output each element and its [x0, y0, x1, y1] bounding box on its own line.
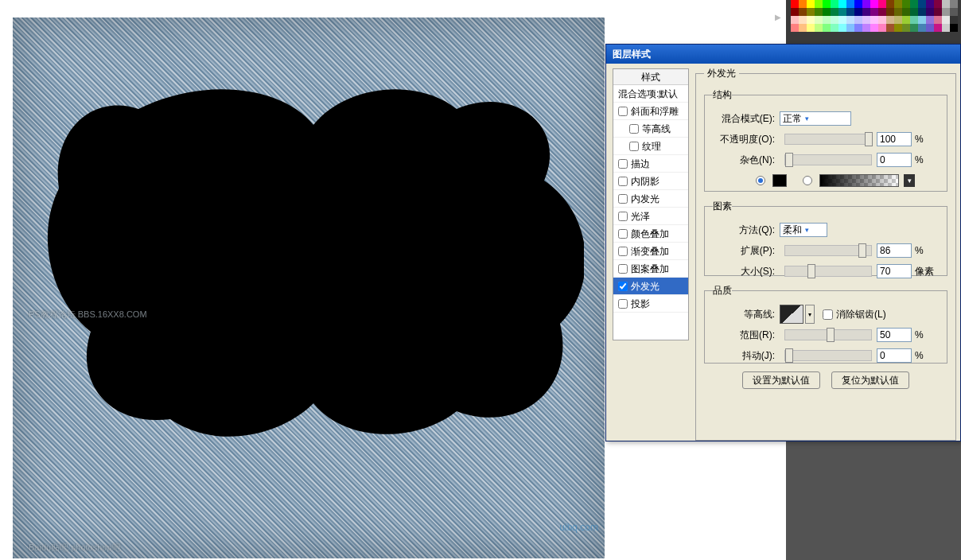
style-list-header[interactable]: 样式	[613, 69, 688, 85]
range-input[interactable]	[877, 328, 912, 342]
swatch-cell[interactable]	[894, 16, 902, 24]
style-item-checkbox[interactable]	[618, 194, 628, 204]
swatch-cell[interactable]	[815, 8, 823, 16]
range-slider[interactable]	[784, 329, 872, 340]
swatch-cell[interactable]	[934, 24, 942, 32]
size-slider[interactable]	[784, 266, 872, 277]
swatch-cell[interactable]	[807, 8, 815, 16]
style-item-1[interactable]: 等高线	[613, 120, 688, 138]
jitter-slider[interactable]	[784, 350, 872, 361]
swatch-cell[interactable]	[815, 0, 823, 8]
style-item-9[interactable]: 图案叠加	[613, 260, 688, 278]
style-item-2[interactable]: 纹理	[613, 138, 688, 155]
swatch-cell[interactable]	[926, 8, 934, 16]
noise-input[interactable]	[877, 153, 912, 167]
jitter-input[interactable]	[877, 348, 912, 363]
swatch-cell[interactable]	[838, 16, 846, 24]
swatch-cell[interactable]	[878, 8, 886, 16]
swatch-cell[interactable]	[831, 16, 838, 24]
style-item-checkbox[interactable]	[618, 107, 628, 116]
swatch-cell[interactable]	[910, 16, 918, 24]
swatch-cell[interactable]	[791, 0, 799, 8]
dialog-title-bar[interactable]: 图层样式	[606, 45, 960, 64]
swatch-cell[interactable]	[831, 8, 838, 16]
style-item-checkbox[interactable]	[629, 142, 639, 151]
swatch-cell[interactable]	[934, 8, 942, 16]
swatch-cell[interactable]	[862, 8, 870, 16]
style-item-checkbox[interactable]	[618, 159, 628, 169]
swatch-cell[interactable]	[823, 24, 831, 32]
opacity-slider[interactable]	[784, 134, 872, 145]
swatch-cell[interactable]	[878, 0, 886, 8]
glow-gradient-radio[interactable]	[803, 176, 812, 185]
swatch-cell[interactable]	[902, 0, 910, 8]
style-item-checkbox[interactable]	[618, 264, 628, 274]
swatch-cell[interactable]	[862, 0, 870, 8]
style-item-6[interactable]: 光泽	[613, 208, 688, 225]
swatch-cell[interactable]	[807, 16, 815, 24]
swatch-cell[interactable]	[910, 24, 918, 32]
swatch-cell[interactable]	[942, 24, 950, 32]
contour-preview[interactable]	[780, 305, 803, 324]
style-item-11[interactable]: 投影	[613, 295, 688, 313]
style-item-checkbox[interactable]	[629, 124, 639, 134]
swatch-cell[interactable]	[846, 24, 854, 32]
swatch-cell[interactable]	[942, 0, 950, 8]
swatch-cell[interactable]	[894, 24, 902, 32]
style-item-3[interactable]: 描边	[613, 155, 688, 173]
swatch-cell[interactable]	[918, 16, 926, 24]
style-item-checkbox[interactable]	[618, 282, 628, 291]
style-item-0[interactable]: 斜面和浮雕	[613, 103, 688, 120]
swatch-cell[interactable]	[799, 16, 807, 24]
swatch-cell[interactable]	[926, 0, 934, 8]
blending-options-row[interactable]: 混合选项:默认	[613, 85, 688, 103]
style-item-checkbox[interactable]	[618, 299, 628, 309]
swatch-cell[interactable]	[815, 24, 823, 32]
swatch-cell[interactable]	[910, 0, 918, 8]
set-default-button[interactable]: 设置为默认值	[742, 371, 820, 389]
swatch-cell[interactable]	[862, 16, 870, 24]
swatch-cell[interactable]	[894, 8, 902, 16]
swatch-cell[interactable]	[950, 0, 958, 8]
spread-input[interactable]	[877, 243, 912, 258]
swatch-cell[interactable]	[902, 24, 910, 32]
swatch-cell[interactable]	[942, 8, 950, 16]
antialias-checkbox[interactable]	[823, 309, 833, 320]
swatch-cell[interactable]	[854, 8, 862, 16]
color-swatches-panel[interactable]	[791, 0, 958, 40]
swatch-cell[interactable]	[886, 24, 894, 32]
style-item-4[interactable]: 内阴影	[613, 173, 688, 190]
swatch-cell[interactable]	[870, 24, 878, 32]
style-item-checkbox[interactable]	[618, 229, 628, 239]
swatch-cell[interactable]	[799, 0, 807, 8]
glow-color-swatch[interactable]	[772, 174, 787, 187]
style-item-checkbox[interactable]	[618, 247, 628, 256]
swatch-cell[interactable]	[934, 0, 942, 8]
reset-default-button[interactable]: 复位为默认值	[831, 371, 909, 389]
panel-expand-icon[interactable]: ▶	[775, 13, 786, 24]
swatch-cell[interactable]	[870, 16, 878, 24]
spread-slider[interactable]	[784, 245, 872, 256]
swatch-cell[interactable]	[878, 24, 886, 32]
style-item-5[interactable]: 内发光	[613, 190, 688, 208]
swatch-cell[interactable]	[870, 8, 878, 16]
swatch-cell[interactable]	[823, 8, 831, 16]
glow-color-radio[interactable]	[756, 176, 765, 185]
style-item-10[interactable]: 外发光	[613, 278, 688, 295]
swatch-cell[interactable]	[838, 8, 846, 16]
swatch-cell[interactable]	[862, 24, 870, 32]
swatch-cell[interactable]	[918, 24, 926, 32]
swatch-cell[interactable]	[886, 8, 894, 16]
style-item-7[interactable]: 颜色叠加	[613, 225, 688, 243]
swatch-cell[interactable]	[838, 24, 846, 32]
swatch-cell[interactable]	[807, 0, 815, 8]
technique-select[interactable]: 柔和 ▾	[780, 223, 827, 237]
swatch-cell[interactable]	[823, 16, 831, 24]
swatch-cell[interactable]	[831, 24, 838, 32]
glow-gradient-preview[interactable]	[819, 174, 899, 187]
swatch-cell[interactable]	[846, 16, 854, 24]
swatch-cell[interactable]	[854, 24, 862, 32]
swatch-cell[interactable]	[926, 16, 934, 24]
swatch-cell[interactable]	[791, 8, 799, 16]
style-item-checkbox[interactable]	[618, 212, 628, 221]
